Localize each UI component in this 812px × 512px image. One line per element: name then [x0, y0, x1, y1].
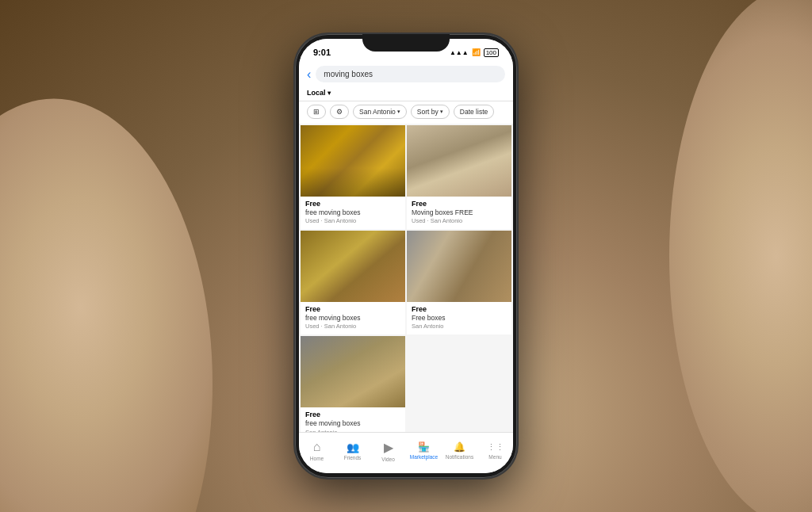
product-meta-4: San Antonio — [412, 323, 507, 330]
screen: 9:01 ▲▲▲ 📶 100 ‹ moving boxes Local — [299, 39, 513, 473]
product-title-3: free moving boxes — [305, 314, 400, 322]
product-img-boxes-pile — [301, 231, 405, 302]
product-info-3: Free free moving boxes Used · San Antoni… — [301, 302, 405, 334]
chips-row: ⊞ ⚙ San Antonio ▾ Sort by ▾ Date liste — [299, 101, 513, 124]
product-img-boxes-wall — [407, 231, 511, 302]
product-info-5: Free free moving boxes San Antonio — [301, 407, 405, 432]
date-chip[interactable]: Date liste — [454, 105, 494, 119]
nav-marketplace[interactable]: 🏪 Marketplace — [406, 441, 442, 460]
scene: 9:01 ▲▲▲ 📶 100 ‹ moving boxes Local — [0, 0, 812, 512]
product-title-4: Free boxes — [412, 314, 507, 322]
phone: 9:01 ▲▲▲ 📶 100 ‹ moving boxes Local — [295, 34, 517, 478]
product-card-1[interactable]: Free free moving boxes Used · San Antoni… — [301, 125, 405, 229]
local-filter-button[interactable]: Local — [307, 89, 331, 97]
notch — [362, 34, 450, 52]
product-grid: Free free moving boxes Used · San Antoni… — [299, 124, 513, 432]
product-meta-3: Used · San Antonio — [305, 323, 400, 330]
search-row: ‹ moving boxes — [307, 66, 505, 82]
nav-menu[interactable]: ⋮⋮ Menu — [477, 442, 513, 460]
back-button[interactable]: ‹ — [307, 67, 311, 82]
product-image-1 — [301, 125, 405, 197]
status-time: 9:01 — [313, 48, 331, 57]
product-price-3: Free — [305, 305, 400, 313]
search-area: ‹ moving boxes — [299, 61, 513, 86]
location-chip[interactable]: San Antonio ▾ — [353, 105, 407, 119]
product-image-2 — [407, 125, 511, 197]
notifications-icon: 🔔 — [454, 441, 465, 453]
product-info-2: Free Moving boxes FREE Used · San Antoni… — [407, 197, 511, 229]
filter-local-row: Local — [299, 86, 513, 101]
product-title-5: free moving boxes — [305, 419, 400, 427]
sort-label: Sort by — [417, 108, 439, 116]
product-title-1: free moving boxes — [305, 208, 400, 216]
product-price-5: Free — [305, 411, 400, 418]
battery-icon: 100 — [484, 48, 499, 57]
product-image-4 — [407, 231, 511, 302]
nav-home-label: Home — [310, 456, 324, 461]
marketplace-icon: 🏪 — [418, 441, 430, 453]
search-query: moving boxes — [324, 70, 373, 78]
nav-friends[interactable]: 👥 Friends — [335, 441, 370, 460]
sliders-icon: ⚙ — [336, 108, 343, 116]
date-label: Date liste — [460, 108, 488, 116]
product-card-4[interactable]: Free Free boxes San Antonio — [407, 231, 511, 334]
product-meta-2: Used · San Antonio — [412, 217, 507, 224]
nav-home[interactable]: ⌂ Home — [299, 440, 335, 461]
sort-chip[interactable]: Sort by ▾ — [411, 105, 450, 119]
hand-right — [638, 0, 812, 512]
nav-video-label: Video — [381, 457, 395, 462]
status-icons: ▲▲▲ 📶 100 — [450, 48, 499, 57]
product-title-2: Moving boxes FREE — [412, 208, 507, 216]
nav-video[interactable]: ▶ Video — [370, 440, 406, 462]
wifi-icon: 📶 — [472, 48, 481, 56]
grid-icon: ⊞ — [313, 108, 320, 116]
friends-icon: 👥 — [347, 441, 359, 453]
product-meta-1: Used · San Antonio — [305, 217, 400, 224]
sort-arrow-icon: ▾ — [440, 109, 443, 115]
product-card-5[interactable]: Free free moving boxes San Antonio — [301, 336, 405, 432]
product-img-boxes-bottom — [301, 336, 405, 407]
nav-notifications[interactable]: 🔔 Notifications — [442, 441, 477, 460]
menu-icon: ⋮⋮ — [487, 442, 504, 453]
location-arrow-icon: ▾ — [397, 109, 400, 115]
video-icon: ▶ — [384, 440, 393, 455]
home-icon: ⌂ — [313, 440, 321, 454]
product-info-1: Free free moving boxes Used · San Antoni… — [301, 197, 405, 229]
product-price-1: Free — [305, 200, 400, 208]
product-image-5 — [301, 336, 405, 407]
product-img-boxes-floor — [407, 125, 511, 197]
signal-icon: ▲▲▲ — [450, 49, 469, 56]
location-label: San Antonio — [359, 108, 396, 116]
product-card-3[interactable]: Free free moving boxes Used · San Antoni… — [301, 231, 405, 334]
nav-notifications-label: Notifications — [446, 454, 473, 460]
search-box[interactable]: moving boxes — [316, 66, 505, 82]
filter-chip[interactable]: ⚙ — [330, 105, 349, 119]
nav-menu-label: Menu — [488, 454, 501, 460]
product-img-boxes-stacked — [301, 125, 405, 197]
product-image-3 — [301, 231, 405, 302]
nav-marketplace-label: Marketplace — [410, 454, 438, 460]
view-grid-chip[interactable]: ⊞ — [307, 105, 326, 119]
hand-left — [0, 0, 270, 512]
product-info-4: Free Free boxes San Antonio — [407, 302, 511, 334]
product-card-2[interactable]: Free Moving boxes FREE Used · San Antoni… — [407, 125, 511, 229]
bottom-nav: ⌂ Home 👥 Friends ▶ Video 🏪 Marketplace 🔔 — [299, 432, 513, 473]
product-price-4: Free — [412, 305, 507, 313]
nav-friends-label: Friends — [344, 455, 362, 460]
product-price-2: Free — [412, 200, 507, 208]
